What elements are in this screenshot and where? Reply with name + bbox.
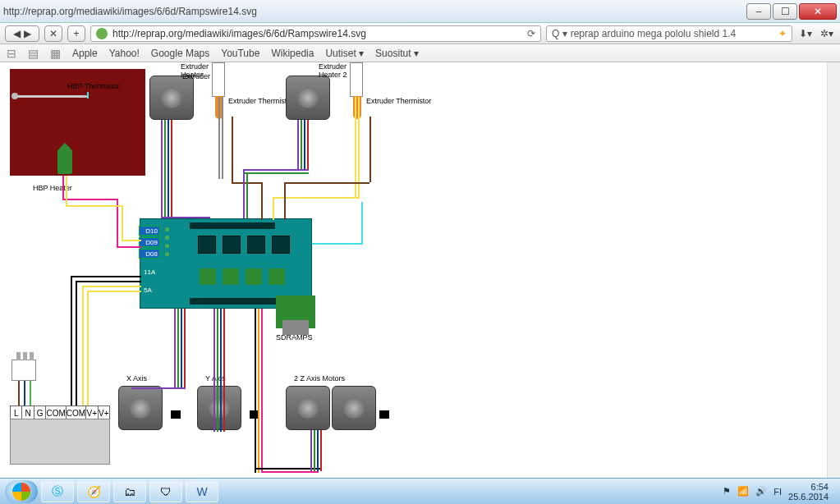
windows-orb-icon: [12, 483, 30, 501]
taskbar-app-security[interactable]: 🛡: [149, 481, 182, 502]
hbp-thermistor-label: HBP Thermistor: [67, 82, 120, 90]
apps-grid-icon[interactable]: ▦: [50, 47, 61, 60]
bookmark-item[interactable]: Wikipedia: [271, 48, 314, 59]
tray-volume-icon[interactable]: 🔊: [755, 486, 767, 497]
bookmark-item[interactable]: Uutiset ▾: [325, 48, 364, 59]
psu-body: [10, 419, 110, 465]
start-button[interactable]: [5, 480, 38, 503]
x-axis-motor: [118, 386, 163, 430]
wire: [284, 182, 370, 184]
wire: [222, 97, 223, 179]
bookmark-item[interactable]: Yahoo!: [109, 48, 140, 59]
tray-time: 6:54: [788, 482, 829, 492]
z-axis-label: 2 Z Axis Motors: [294, 374, 345, 383]
z-axis-motor-1: [286, 386, 330, 430]
window-maximize-button[interactable]: ☐: [773, 3, 797, 20]
board-11a-label: 11A: [144, 268, 155, 276]
system-tray[interactable]: ⚑ 📶 🔊 FI 6:54 25.6.2014: [723, 482, 835, 502]
wire: [220, 309, 222, 432]
stepper-driver: [198, 236, 216, 254]
wire: [361, 202, 363, 245]
vertical-scrollbar[interactable]: [827, 62, 840, 478]
wire: [174, 309, 176, 387]
wire: [217, 309, 218, 432]
taskbar-app-explorer[interactable]: 🗂: [113, 481, 146, 502]
wire: [177, 309, 179, 387]
z-axis-motor-2: [332, 386, 376, 430]
wire: [87, 291, 89, 405]
wire: [66, 205, 122, 207]
sdramps-label: SDRAMPS: [276, 333, 313, 341]
site-identity-icon: [96, 28, 108, 39]
driver-socket: [269, 268, 285, 285]
wire: [62, 176, 64, 199]
taskbar-app-word[interactable]: W: [186, 481, 218, 502]
nav-add-button[interactable]: +: [67, 25, 85, 42]
psu-term: N: [22, 406, 34, 419]
wire: [131, 387, 186, 389]
psu-term: L: [11, 406, 22, 419]
wire: [213, 309, 215, 432]
wire: [82, 286, 141, 287]
wire: [62, 199, 117, 200]
wire: [30, 381, 31, 405]
nav-back-icon: ◀: [13, 28, 21, 39]
extruder1-motor: [149, 76, 194, 120]
wire: [117, 246, 141, 248]
bookmark-item[interactable]: Suositut ▾: [375, 48, 419, 59]
wire: [273, 197, 274, 220]
driver-socket: [246, 268, 262, 285]
z-endstop: [379, 410, 389, 419]
sidebar-toggle-icon[interactable]: ⊟: [7, 47, 16, 60]
wire: [161, 217, 210, 218]
stepper-driver: [272, 236, 290, 254]
board-led: [165, 244, 169, 248]
board-port-d08: D08: [139, 249, 160, 259]
psu-term: COM: [46, 406, 66, 419]
nav-forward-icon: ▶: [24, 28, 31, 39]
bookmark-item[interactable]: YouTube: [221, 48, 259, 59]
extruder2-therm-label: Extruder Thermistor: [366, 97, 431, 105]
nav-stop-button[interactable]: ✕: [44, 25, 62, 42]
taskbar-app-safari[interactable]: 🧭: [77, 481, 110, 502]
wire: [24, 381, 25, 405]
wire: [243, 172, 309, 174]
search-bar[interactable]: Q▾ reprap arduino mega pololu shield 1.4…: [546, 25, 792, 42]
page-content: HBP Thermistor HBP Heater Extruder Extru…: [0, 62, 840, 478]
window-close-button[interactable]: ✕: [799, 3, 837, 20]
hbp-thermistor-probe: [15, 95, 89, 98]
windows-taskbar: Ⓢ 🧭 🗂 🛡 W ⚑ 📶 🔊 FI 6:54 25.6.2014: [0, 478, 840, 504]
bookmarks-menu-icon[interactable]: ▤: [28, 47, 39, 60]
taskbar-app-skype[interactable]: Ⓢ: [41, 481, 74, 502]
download-icon[interactable]: ⬇▾: [797, 25, 814, 42]
window-title: http://reprap.org/mediawiki/images/6/6d/…: [3, 6, 745, 17]
wire: [122, 240, 141, 241]
psu-term: COM: [67, 406, 86, 419]
extruder1-heater-label: Extruder Heater: [181, 62, 212, 79]
wire: [307, 120, 309, 169]
wire: [168, 120, 169, 218]
tray-flag-icon[interactable]: ⚑: [723, 486, 731, 497]
psu-term: G: [34, 406, 46, 419]
settings-gear-icon[interactable]: ✲▾: [819, 25, 835, 42]
driver-socket: [200, 268, 216, 285]
window-minimize-button[interactable]: –: [746, 3, 771, 20]
tray-network-icon[interactable]: 📶: [737, 486, 749, 497]
wire: [297, 120, 299, 169]
reload-icon[interactable]: ⟳: [527, 28, 535, 39]
bookmark-item[interactable]: Apple: [72, 48, 98, 59]
tray-clock[interactable]: 6:54 25.6.2014: [788, 482, 829, 502]
sdramps-module: [276, 296, 315, 328]
wire: [320, 430, 322, 471]
wire: [76, 281, 141, 282]
bookmark-item[interactable]: Google Maps: [151, 48, 209, 59]
tray-lang[interactable]: FI: [773, 487, 782, 497]
x-axis-label: X Axis: [126, 374, 147, 383]
board-led: [165, 227, 169, 231]
url-bar[interactable]: http://reprap.org/mediawiki/images/6/6d/…: [90, 25, 541, 42]
search-query: reprap arduino mega pololu shield 1.4: [571, 28, 736, 39]
wire: [317, 430, 319, 471]
extruder2-motor: [286, 76, 330, 120]
nav-back-forward[interactable]: ◀ ▶: [5, 25, 39, 42]
board-header-top: [190, 222, 275, 229]
